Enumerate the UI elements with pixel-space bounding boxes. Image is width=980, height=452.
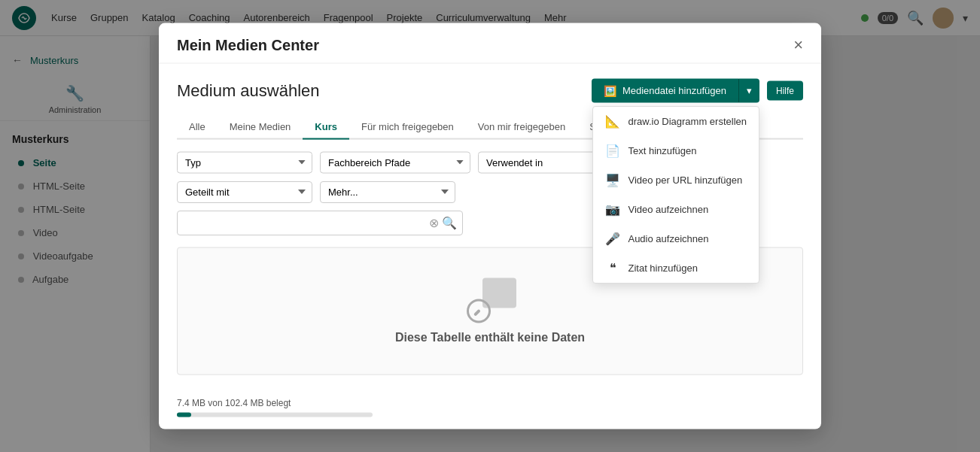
storage-fill bbox=[177, 413, 191, 417]
filter-typ[interactable]: Typ bbox=[177, 151, 312, 173]
help-button[interactable]: Hilfe bbox=[767, 80, 803, 100]
modal-footer: 7.4 MB von 102.4 MB belegt bbox=[159, 389, 821, 429]
image-icon: 🖼️ bbox=[604, 84, 616, 96]
add-media-dropdown-arrow[interactable]: ▾ bbox=[738, 78, 759, 102]
quote-icon: ❝ bbox=[605, 260, 620, 275]
modal-close-button[interactable]: × bbox=[793, 37, 803, 53]
dropdown-item-quote[interactable]: ❝ Zitat hinzufügen bbox=[593, 253, 759, 282]
modal-body: Medium auswählen 🖼️ Mediendatei hinzufüg… bbox=[159, 63, 821, 389]
search-clear-button[interactable]: ⊗ bbox=[429, 215, 439, 229]
add-media-button[interactable]: 🖼️ Mediendatei hinzufügen bbox=[592, 78, 738, 102]
modal-toolbar: Medium auswählen 🖼️ Mediendatei hinzufüg… bbox=[177, 78, 803, 102]
add-media-dropdown-menu: 📐 draw.io Diagramm erstellen 📄 Text hinz… bbox=[592, 105, 759, 283]
modal-title: Mein Medien Center bbox=[177, 36, 319, 53]
tab-von-mir[interactable]: Von mir freigegeben bbox=[466, 114, 577, 139]
text-icon: 📄 bbox=[605, 143, 620, 157]
dropdown-item-text[interactable]: 📄 Text hinzufügen bbox=[593, 135, 759, 165]
filter-fachbereich[interactable]: Fachbereich Pfade bbox=[320, 151, 470, 173]
dropdown-item-record-audio[interactable]: 🎤 Audio aufzeichnen bbox=[593, 223, 759, 253]
search-input[interactable] bbox=[177, 210, 463, 235]
search-go-button[interactable]: 🔍 bbox=[442, 215, 457, 229]
tab-alle[interactable]: Alle bbox=[177, 114, 218, 139]
tab-kurs[interactable]: Kurs bbox=[303, 114, 349, 139]
tab-fuer-mich[interactable]: Für mich freigegeben bbox=[349, 114, 466, 139]
add-media-btn-group: 🖼️ Mediendatei hinzufügen ▾ 📐 draw.io Di… bbox=[592, 78, 759, 102]
modal-section-title: Medium auswählen bbox=[177, 80, 320, 100]
empty-search-circle bbox=[467, 299, 491, 323]
storage-bar bbox=[177, 413, 373, 417]
record-audio-icon: 🎤 bbox=[605, 231, 620, 245]
dropdown-item-record-video[interactable]: 📷 Video aufzeichnen bbox=[593, 194, 759, 223]
filter-mehr[interactable]: Mehr... bbox=[320, 180, 455, 202]
media-center-modal: Mein Medien Center × Medium auswählen 🖼️… bbox=[159, 23, 821, 429]
empty-table-text: Diese Tabelle enthält keine Daten bbox=[395, 330, 585, 344]
filter-geteilt[interactable]: Geteilt mit bbox=[177, 180, 312, 202]
video-url-icon: 🖥️ bbox=[605, 172, 620, 187]
dropdown-item-drawio[interactable]: 📐 draw.io Diagramm erstellen bbox=[593, 106, 759, 135]
search-input-wrap: ⊗ 🔍 bbox=[177, 210, 463, 235]
storage-text: 7.4 MB von 102.4 MB belegt bbox=[177, 398, 803, 408]
modal-header: Mein Medien Center × bbox=[159, 23, 821, 63]
drawio-icon: 📐 bbox=[605, 114, 620, 128]
dropdown-item-video-url[interactable]: 🖥️ Video per URL hinzufügen bbox=[593, 165, 759, 194]
record-video-icon: 📷 bbox=[605, 202, 620, 216]
tab-meine-medien[interactable]: Meine Medien bbox=[218, 114, 303, 139]
